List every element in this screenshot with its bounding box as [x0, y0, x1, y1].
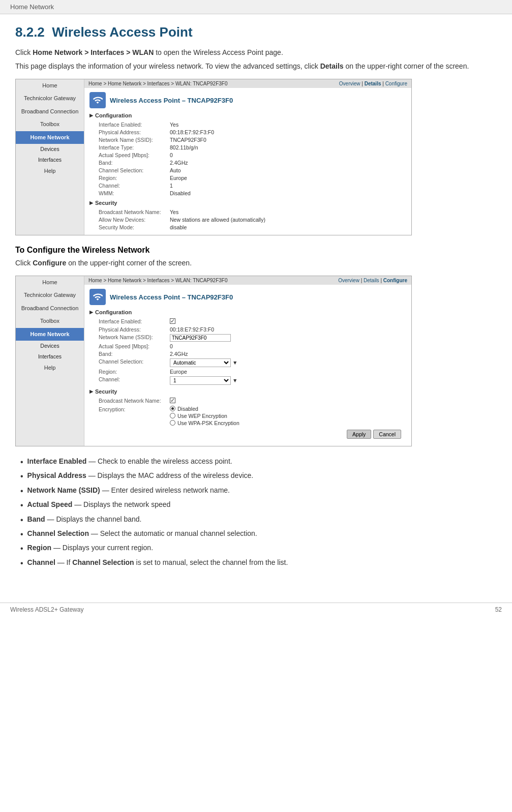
cancel-button[interactable]: Cancel: [373, 430, 401, 439]
screenshot-details: Home Technicolor Gateway Broadband Conne…: [15, 79, 412, 235]
sidebar-item-broadband[interactable]: Broadband Connection: [16, 105, 84, 118]
wireless-icon-2: [89, 289, 106, 305]
ss-title-2: Wireless Access Point – TNCAP92F3F0: [110, 293, 233, 301]
security-table-1: Broadcast Network Name:Yes Allow New Dev…: [97, 208, 413, 231]
table-row: Network Name (SSID):TNCAP92F3F0: [97, 136, 413, 143]
table-row: Actual Speed [Mbps]:0: [97, 151, 413, 159]
interface-enabled-checkbox[interactable]: [170, 318, 175, 324]
table-row: Interface Type:802.11b/g/n: [97, 143, 413, 151]
security-header-2: Security: [89, 388, 406, 395]
table-row: Allow New Devices:New stations are allow…: [97, 216, 413, 223]
table-row: Interface Enabled:Yes: [97, 121, 413, 128]
table-row: Physical Address:00:18:E7:92:F3:F0: [97, 128, 413, 136]
table-row: Channel: 1 2 3 ▼: [97, 375, 413, 385]
sidebar-item-interfaces[interactable]: Interfaces: [16, 155, 84, 165]
security-header-1: Security: [89, 200, 406, 206]
list-item-channel: Channel — If Channel Selection is set to…: [20, 558, 497, 569]
sidebar2-item-broadband[interactable]: Broadband Connection: [16, 302, 84, 315]
ssid-input[interactable]: [170, 334, 231, 342]
sidebar2-item-devices[interactable]: Devices: [16, 341, 84, 351]
footer-left: Wireless ADSL2+ Gateway: [10, 606, 83, 613]
breadcrumb-path-1: Home > Home Network > Interfaces > WLAN:…: [88, 81, 228, 86]
list-item-ssid: Network Name (SSID) — Enter desired wire…: [20, 486, 497, 497]
ss-content-1: Home > Home Network > Interfaces > WLAN:…: [84, 79, 411, 235]
breadcrumb-path-2: Home > Home Network > Interfaces > WLAN:…: [88, 278, 228, 283]
table-row: Physical Address: 00:18:E7:92:F3:F0: [97, 325, 413, 333]
sidebar-item-toolbox[interactable]: Toolbox: [16, 118, 84, 131]
sidebar2-item-interfaces[interactable]: Interfaces: [16, 351, 84, 362]
sidebar2-item-technicolor[interactable]: Technicolor Gateway: [16, 289, 84, 302]
breadcrumb-nav-2: Overview | Details | Configure: [338, 278, 407, 283]
config-header-2: Configuration: [89, 309, 406, 315]
feature-list: Interface Enabled — Check to enable the …: [20, 457, 497, 569]
ss-panel-title-2: Wireless Access Point – TNCAP92F3F0: [89, 289, 406, 305]
header-title: Home Network: [10, 3, 54, 11]
screenshot-configure: Home Technicolor Gateway Broadband Conne…: [15, 276, 412, 446]
ss-panel-title-1: Wireless Access Point – TNCAP92F3F0: [89, 92, 406, 108]
list-item-interface-enabled: Interface Enabled — Check to enable the …: [20, 457, 497, 468]
table-row: Encryption: Disabled Use WEP Encryption: [97, 405, 413, 427]
broadcast-network-checkbox[interactable]: [170, 398, 175, 403]
breadcrumb-nav-1: Overview | Details | Configure: [339, 81, 407, 86]
configure-heading: To Configure the Wireless Network: [15, 246, 497, 255]
table-row: Security Mode:disable: [97, 223, 413, 231]
wireless-icon-1: [89, 92, 106, 108]
security-table-2: Broadcast Network Name: Encryption: Disa…: [97, 397, 413, 427]
encryption-wep-radio[interactable]: [170, 413, 175, 418]
config-table-1: Interface Enabled:Yes Physical Address:0…: [97, 121, 413, 197]
intro-para-1: Click Home Network > Interfaces > WLAN t…: [15, 47, 497, 58]
apply-button[interactable]: Apply: [347, 430, 371, 439]
ss-panel-2: Wireless Access Point – TNCAP92F3F0 Conf…: [84, 285, 411, 446]
list-item-physical-address: Physical Address — Displays the MAC addr…: [20, 471, 497, 482]
table-row: Channel Selection:Auto: [97, 166, 413, 174]
list-item-band: Band — Displays the channel band.: [20, 515, 497, 526]
sidebar-item-home[interactable]: Home: [16, 79, 84, 92]
footer-right: 52: [495, 606, 502, 613]
ss-sidebar-2: Home Technicolor Gateway Broadband Conne…: [16, 276, 84, 446]
table-row: Actual Speed [Mbps]: 0: [97, 342, 413, 350]
table-row: Broadcast Network Name:Yes: [97, 208, 413, 216]
ss-breadcrumb-2: Home > Home Network > Interfaces > WLAN:…: [84, 276, 411, 285]
sidebar-item-devices[interactable]: Devices: [16, 144, 84, 155]
config-header-1: Configuration: [89, 112, 406, 118]
ss-breadcrumb-1: Home > Home Network > Interfaces > WLAN:…: [84, 79, 411, 88]
table-row: Network Name (SSID):: [97, 333, 413, 342]
section-title: 8.2.2 Wireless Access Point: [15, 24, 497, 40]
table-row: Region:Europe: [97, 174, 413, 182]
ss-title-1: Wireless Access Point – TNCAP92F3F0: [110, 97, 233, 104]
encryption-disabled-radio[interactable]: [170, 406, 175, 411]
list-item-actual-speed: Actual Speed — Displays the network spee…: [20, 500, 497, 511]
main-content: 8.2.2 Wireless Access Point Click Home N…: [0, 14, 512, 592]
ss-panel-1: Wireless Access Point – TNCAP92F3F0 Conf…: [84, 88, 411, 235]
sidebar2-item-help[interactable]: Help: [16, 362, 84, 374]
list-item-region: Region — Displays your current region.: [20, 543, 497, 554]
table-row: Channel Selection: Automatic Manual ▼: [97, 357, 413, 368]
table-row: Interface Enabled:: [97, 317, 413, 325]
table-row: Channel:1: [97, 182, 413, 189]
sidebar-item-technicolor[interactable]: Technicolor Gateway: [16, 92, 84, 105]
table-row: WMM:Disabled: [97, 189, 413, 197]
sidebar-item-home-network[interactable]: Home Network: [16, 131, 84, 144]
channel-select[interactable]: 1 2 3: [170, 376, 231, 385]
ss-sidebar-1: Home Technicolor Gateway Broadband Conne…: [16, 79, 84, 235]
sidebar2-item-toolbox[interactable]: Toolbox: [16, 315, 84, 327]
list-item-channel-selection: Channel Selection — Select the automatic…: [20, 529, 497, 540]
action-buttons: Apply Cancel: [89, 427, 406, 442]
configure-intro: Click Configure on the upper-right corne…: [15, 258, 497, 268]
sidebar2-item-home[interactable]: Home: [16, 276, 84, 289]
channel-selection-select[interactable]: Automatic Manual: [170, 358, 231, 367]
table-row: Band: 2.4GHz: [97, 350, 413, 357]
encryption-wpa-radio[interactable]: [170, 420, 175, 426]
ss-content-2: Home > Home Network > Interfaces > WLAN:…: [84, 276, 411, 446]
intro-para-2: This page displays the information of yo…: [15, 61, 497, 72]
sidebar2-item-home-network[interactable]: Home Network: [16, 328, 84, 341]
table-row: Band:2.4GHz: [97, 159, 413, 166]
config-table-2: Interface Enabled: Physical Address: 00:…: [97, 317, 413, 385]
page-header: Home Network: [0, 0, 512, 14]
page-footer: Wireless ADSL2+ Gateway 52: [0, 603, 512, 616]
table-row: Region: Europe: [97, 368, 413, 375]
sidebar-item-help[interactable]: Help: [16, 165, 84, 177]
table-row: Broadcast Network Name:: [97, 397, 413, 405]
